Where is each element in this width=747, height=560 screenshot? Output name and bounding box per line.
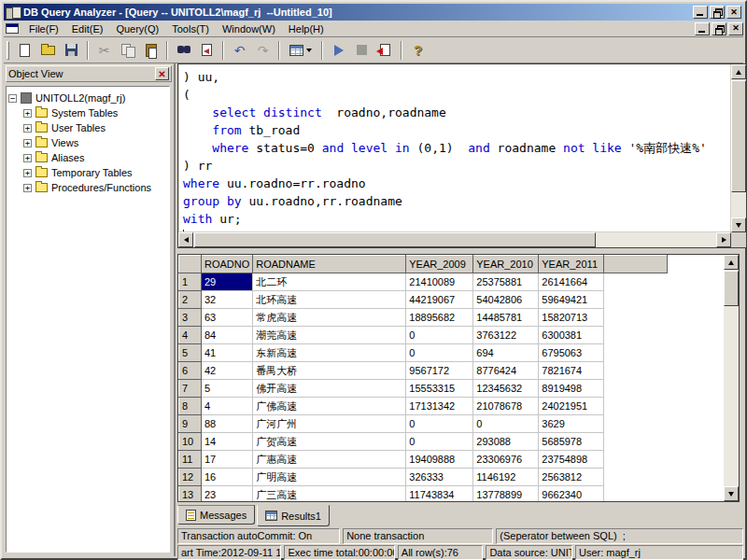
expand-icon[interactable]: + <box>23 154 32 162</box>
table-cell[interactable]: 21410089 <box>406 273 473 291</box>
table-cell[interactable]: 东新高速 <box>253 344 406 362</box>
scrollbar-thumb[interactable] <box>731 80 746 192</box>
table-cell[interactable]: 84 <box>202 327 253 344</box>
table-cell[interactable]: 12345632 <box>473 380 539 398</box>
column-header-year_2009[interactable]: YEAR_2009 <box>406 256 473 273</box>
row-number[interactable]: 2 <box>179 291 202 309</box>
scroll-up-button[interactable] <box>724 255 739 270</box>
table-cell[interactable]: 0 <box>406 433 473 451</box>
help-button[interactable]: ? <box>407 40 429 61</box>
row-number[interactable]: 10 <box>179 433 202 451</box>
table-cell[interactable]: 24021951 <box>539 398 604 415</box>
export-results-button[interactable] <box>374 40 396 61</box>
expand-icon[interactable]: + <box>23 124 32 133</box>
tree-item-procedures-functions[interactable]: +Procedures/Functions <box>8 180 167 195</box>
copy-button[interactable] <box>117 40 138 61</box>
restore-button[interactable] <box>710 6 725 19</box>
table-cell[interactable]: 5 <box>202 380 253 398</box>
editor-horizontal-scrollbar[interactable] <box>178 232 731 247</box>
table-cell[interactable]: 0 <box>406 415 473 433</box>
column-header-year_2010[interactable]: YEAR_2010 <box>473 256 539 273</box>
table-cell[interactable]: 8919498 <box>539 380 604 398</box>
expand-icon[interactable]: + <box>23 109 32 118</box>
tab-messages[interactable]: Messages <box>177 505 255 525</box>
tree-item-aliases[interactable]: +Aliases <box>8 150 167 165</box>
table-cell[interactable]: 15820713 <box>539 309 604 327</box>
row-number[interactable]: 4 <box>179 327 202 344</box>
table-cell[interactable]: 4 <box>202 398 253 415</box>
mdi-minimize-button[interactable] <box>695 22 710 35</box>
scroll-down-button[interactable] <box>724 486 739 501</box>
table-cell[interactable]: 3763122 <box>473 327 539 344</box>
new-document-button[interactable] <box>14 40 35 61</box>
find-button[interactable] <box>173 40 194 61</box>
table-cell[interactable]: 5685978 <box>539 433 604 451</box>
table-cell[interactable]: 59649421 <box>539 291 604 309</box>
row-number[interactable]: 11 <box>179 451 202 469</box>
row-number[interactable]: 1 <box>179 273 202 291</box>
table-cell[interactable]: 常虎高速 <box>253 309 406 327</box>
scrollbar-thumb[interactable] <box>194 232 596 247</box>
row-number[interactable]: 8 <box>179 398 202 415</box>
table-cell[interactable]: 42 <box>202 362 253 380</box>
table-cell[interactable]: 9567172 <box>406 362 473 380</box>
run-query-button[interactable] <box>328 40 349 61</box>
table-cell[interactable]: 26141664 <box>539 273 604 291</box>
tree-item-views[interactable]: +Views <box>8 135 167 150</box>
table-cell[interactable]: 9662340 <box>539 486 604 502</box>
expand-icon[interactable]: + <box>23 169 32 177</box>
tab-results1[interactable]: Results1 <box>257 505 330 526</box>
table-cell[interactable]: 23306976 <box>473 451 539 469</box>
tree-item-temporary-tables[interactable]: +Temporary Tables <box>8 165 167 180</box>
column-header-roadname[interactable]: ROADNAME <box>253 256 406 273</box>
stop-query-button[interactable] <box>351 40 373 61</box>
row-number[interactable]: 12 <box>179 469 202 486</box>
table-cell[interactable]: 41 <box>202 344 253 362</box>
minimize-button[interactable] <box>693 6 708 19</box>
table-cell[interactable]: 8776424 <box>473 362 539 380</box>
menu-item-window[interactable]: Window(W) <box>216 21 282 36</box>
table-cell[interactable]: 88 <box>202 415 253 433</box>
table-cell[interactable]: 293088 <box>473 433 539 451</box>
menu-item-tools[interactable]: Tools(T) <box>165 21 216 36</box>
menu-item-file[interactable]: File(F) <box>22 21 65 36</box>
menu-item-help[interactable]: Help(H) <box>282 21 331 36</box>
table-cell[interactable]: 0 <box>406 327 473 344</box>
row-number[interactable]: 5 <box>179 344 202 362</box>
table-cell[interactable]: 广明高速 <box>253 469 406 486</box>
corner-header-cell[interactable] <box>179 256 202 273</box>
table-cell[interactable]: 0 <box>406 344 473 362</box>
table-cell[interactable]: 14485781 <box>473 309 539 327</box>
table-cell[interactable]: 23754898 <box>539 451 604 469</box>
table-cell[interactable]: 佛开高速 <box>253 380 406 398</box>
save-button[interactable] <box>61 40 82 61</box>
row-number[interactable]: 13 <box>179 486 202 502</box>
table-cell[interactable]: 694 <box>473 344 539 362</box>
table-cell[interactable]: 326333 <box>406 469 473 486</box>
scroll-up-button[interactable] <box>731 64 746 79</box>
table-cell[interactable]: 2563812 <box>539 469 604 486</box>
table-cell[interactable]: 潮莞高速 <box>253 327 406 344</box>
table-cell[interactable]: 13778899 <box>473 486 539 502</box>
table-cell[interactable]: 广河广州 <box>253 415 406 433</box>
tree-item-system-tables[interactable]: +System Tables <box>8 105 167 120</box>
table-cell[interactable]: 广佛高速 <box>253 398 406 415</box>
table-cell[interactable]: 11743834 <box>406 486 473 502</box>
menu-item-query[interactable]: Query(Q) <box>109 21 165 36</box>
editor-vertical-scrollbar[interactable] <box>731 64 746 232</box>
table-cell[interactable]: 44219067 <box>406 291 473 309</box>
table-cell[interactable]: 6300381 <box>539 327 604 344</box>
table-cell[interactable]: 番禺大桥 <box>253 362 406 380</box>
table-cell[interactable]: 25375881 <box>473 273 539 291</box>
object-view-close-button[interactable]: ✕ <box>155 67 169 80</box>
row-number[interactable]: 7 <box>179 380 202 398</box>
cut-button[interactable]: ✂ <box>93 40 115 61</box>
table-cell[interactable]: 14 <box>202 433 253 451</box>
menu-item-edit[interactable]: Edit(E) <box>65 21 110 36</box>
row-number[interactable]: 9 <box>179 415 202 433</box>
table-cell[interactable]: 17131342 <box>406 398 473 415</box>
table-cell[interactable]: 广三高速 <box>253 486 406 502</box>
close-button[interactable]: ✕ <box>726 6 741 19</box>
table-cell[interactable]: 16 <box>202 469 253 486</box>
column-header-roadno[interactable]: ROADNO <box>202 256 253 273</box>
